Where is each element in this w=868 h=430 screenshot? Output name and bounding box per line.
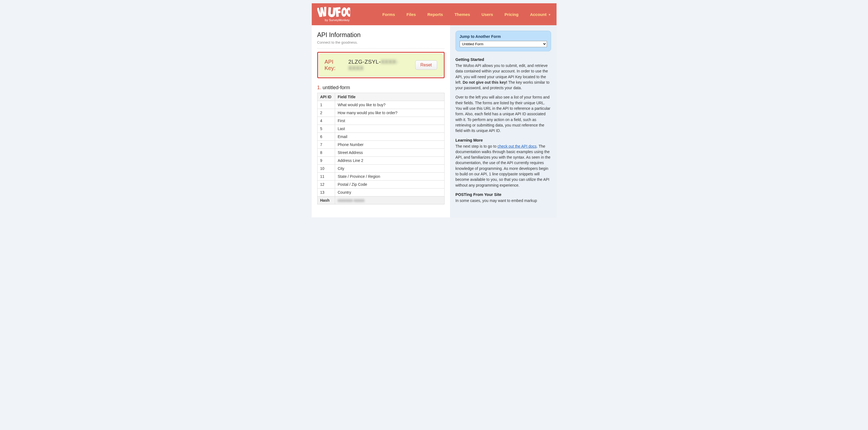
api-key-label: API Key: [324,59,346,71]
table-row-hash: Hashxxxxxxx xxxxx [317,196,444,205]
cell-api-id: 11 [317,173,335,181]
app-container: by SurveyMonkey Forms Files Reports Them… [312,3,557,217]
cell-api-id: 12 [317,181,335,188]
form-heading: 1. untitled-form [317,85,444,91]
divider [317,48,444,49]
heading-learning-more: Learning More [456,138,551,143]
api-key-box: API Key: 2LZG-ZSYL-XXXX-XXXX Reset [319,54,443,76]
form-number: 1. [317,85,321,90]
learning-more-p1: The next step is to go to check out the … [456,144,551,188]
table-row: 2How many would you like to order? [317,109,444,117]
cell-field-title: How many would you like to order? [335,109,444,117]
logo-byline: by SurveyMonkey [317,19,350,22]
cell-field-title: Street Address [335,149,444,157]
cell-hash-label: Hash [317,196,335,205]
nav-themes[interactable]: Themes [455,12,470,17]
text: The next step is to go to [456,144,498,149]
cell-hash-value: xxxxxxx xxxxx [335,196,444,205]
table-row: 6Email [317,133,444,141]
cell-api-id: 10 [317,165,335,173]
cell-field-title: State / Province / Region [335,173,444,181]
cell-api-id: 13 [317,188,335,196]
table-row: 13Country [317,188,444,196]
main-nav: Forms Files Reports Themes Users Pricing… [382,12,551,17]
nav-forms[interactable]: Forms [382,12,395,17]
fields-table: API ID Field Title 1What would you like … [317,93,444,205]
form-name: untitled-form [323,85,350,90]
table-row: 7Phone Number [317,141,444,149]
api-docs-link[interactable]: check out the API docs [498,144,536,149]
table-row: 10City [317,165,444,173]
warning-text: Do not give out this key! [463,80,507,85]
api-key-value: 2LZG-ZSYL-XXXX-XXXX [348,59,412,71]
svg-marker-0 [317,7,328,17]
page-subtitle: Connect to the goodness. [317,40,444,44]
cell-field-title: Phone Number [335,141,444,149]
cell-api-id: 7 [317,141,335,149]
nav-reports[interactable]: Reports [427,12,443,17]
col-field-title: Field Title [335,93,444,101]
cell-api-id: 2 [317,109,335,117]
cell-field-title: Last [335,125,444,133]
table-row: 12Postal / Zip Code [317,181,444,188]
cell-api-id: 9 [317,157,335,165]
nav-files[interactable]: Files [406,12,416,17]
nav-account-label: Account [530,12,547,17]
table-row: 9Address Line 2 [317,157,444,165]
cell-field-title: Country [335,188,444,196]
caret-down-icon: ▼ [548,13,551,16]
wufoo-logo-icon [317,7,350,18]
body: API Information Connect to the goodness.… [312,25,557,217]
api-key-highlight: API Key: 2LZG-ZSYL-XXXX-XXXX Reset [317,52,444,78]
page-title: API Information [317,31,444,39]
table-row: 5Last [317,125,444,133]
table-row: 4First [317,117,444,125]
cell-field-title: First [335,117,444,125]
getting-started-p2: Over to the left you will also see a lis… [456,94,551,133]
nav-account[interactable]: Account ▼ [530,12,551,17]
jump-heading: Jump to Another Form [460,34,547,39]
cell-field-title: City [335,165,444,173]
heading-getting-started: Getting Started [456,57,551,62]
jump-box: Jump to Another Form Untitled Form [456,31,551,51]
cell-api-id: 8 [317,149,335,157]
cell-field-title: Postal / Zip Code [335,181,444,188]
cell-api-id: 1 [317,101,335,109]
logo[interactable]: by SurveyMonkey [317,7,350,22]
main-column: API Information Connect to the goodness.… [312,25,450,213]
header: by SurveyMonkey Forms Files Reports Them… [312,3,557,25]
table-row: 1What would you like to buy? [317,101,444,109]
table-row: 8Street Address [317,149,444,157]
table-row: 11State / Province / Region [317,173,444,181]
table-header-row: API ID Field Title [317,93,444,101]
posting-p1: In some cases, you may want to embed mar… [456,198,551,203]
cell-api-id: 5 [317,125,335,133]
getting-started-p1: The Wufoo API allows you to submit, edit… [456,63,551,91]
cell-api-id: 4 [317,117,335,125]
nav-pricing[interactable]: Pricing [505,12,519,17]
cell-field-title: What would you like to buy? [335,101,444,109]
api-key-visible: 2LZG-ZSYL- [348,59,381,65]
cell-field-title: Address Line 2 [335,157,444,165]
cell-field-title: Email [335,133,444,141]
text: . The documentation walks through basic … [456,144,551,187]
cell-api-id: 6 [317,133,335,141]
reset-button[interactable]: Reset [415,60,437,70]
col-api-id: API ID [317,93,335,101]
nav-users[interactable]: Users [482,12,493,17]
sidebar: Jump to Another Form Untitled Form Getti… [450,25,557,217]
jump-select[interactable]: Untitled Form [460,41,547,47]
heading-posting: POSTing From Your Site [456,192,551,197]
